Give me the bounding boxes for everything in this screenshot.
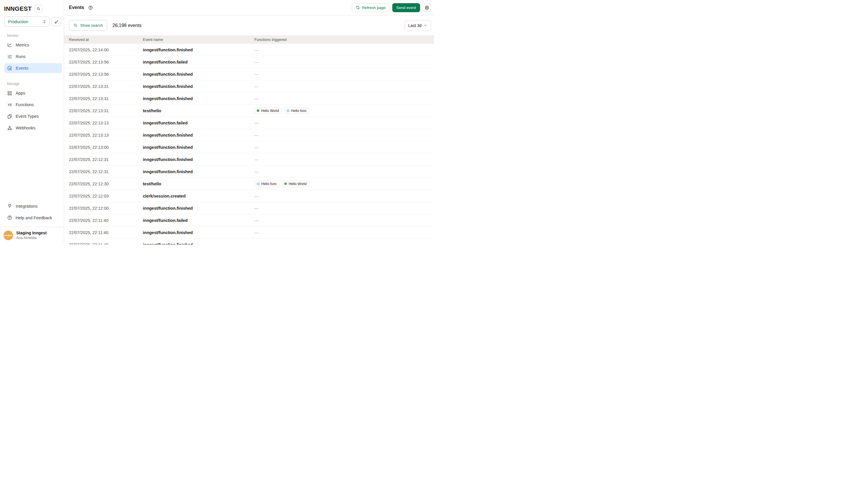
row-event-name: inngest/function.finished — [143, 72, 254, 77]
nav-monitor: Metrics Runs Events — [0, 40, 64, 75]
row-event-name: inngest/function.failed — [143, 60, 254, 64]
row-functions-triggered: — — [254, 242, 434, 245]
no-functions-marker: — — [254, 206, 259, 210]
table-row[interactable]: 22/07/2025, 22:12:31inngest/function.fin… — [64, 166, 434, 178]
column-header-functions-triggered: Functions triggered — [254, 37, 434, 42]
sidebar-item-label: Integrations — [16, 204, 38, 208]
table-row[interactable]: 22/07/2025, 22:11:40inngest/function.fai… — [64, 214, 434, 227]
settings-button[interactable] — [423, 3, 431, 12]
sidebar-item-integrations[interactable]: Integrations — [4, 201, 62, 211]
row-received-at: 22/07/2025, 22:13:56 — [69, 60, 143, 64]
no-functions-marker: — — [254, 145, 259, 150]
row-functions-triggered: — — [254, 218, 434, 223]
inngest-logo: INNGEST — [4, 5, 32, 12]
api-keys-button[interactable] — [52, 17, 61, 26]
table-row[interactable]: 22/07/2025, 22:14:00inngest/function.fin… — [64, 44, 434, 56]
row-received-at: 22/07/2025, 22:13:56 — [69, 72, 143, 77]
function-badge-label: Hello func — [291, 109, 307, 113]
row-event-name: inngest/function.failed — [143, 218, 254, 223]
sidebar-item-runs[interactable]: Runs — [4, 52, 62, 61]
row-functions-triggered: — — [254, 206, 434, 211]
table-row[interactable]: 22/07/2025, 22:13:31inngest/function.fin… — [64, 80, 434, 92]
table-row[interactable]: 22/07/2025, 22:12:30test/helloHello func… — [64, 178, 434, 190]
app-root: INNGEST Production Monitor — [0, 0, 434, 244]
sidebar-item-label: Runs — [16, 54, 26, 59]
sidebar-logo-row: INNGEST — [0, 0, 64, 12]
profile-org-name: Staging Inngest — [16, 231, 46, 236]
no-functions-marker: — — [254, 242, 259, 245]
sidebar: INNGEST Production Monitor — [0, 0, 64, 244]
row-functions-triggered: — — [254, 59, 434, 65]
row-received-at: 22/07/2025, 22:13:31 — [69, 84, 143, 89]
nav-manage: Apps Functions Event Types Webhooks — [0, 88, 64, 135]
refresh-icon — [356, 5, 360, 9]
function-badge-label: Hello World — [261, 109, 279, 113]
profile-menu[interactable]: inngest Staging Inngest Ana Almeida — [0, 227, 64, 244]
row-received-at: 22/07/2025, 22:12:31 — [69, 169, 143, 174]
row-event-name: inngest/function.finished — [143, 48, 254, 52]
help-circle-icon — [7, 215, 12, 221]
no-functions-marker: — — [254, 96, 259, 101]
row-received-at: 22/07/2025, 22:12:30 — [69, 181, 143, 186]
function-badge[interactable]: Hello World — [282, 181, 309, 187]
apps-icon — [7, 90, 12, 96]
table-row[interactable]: 22/07/2025, 22:13:31test/helloHello Worl… — [64, 105, 434, 117]
table-row[interactable]: 22/07/2025, 22:13:56inngest/function.fai… — [64, 56, 434, 68]
global-search-button[interactable] — [34, 5, 42, 12]
function-badge[interactable]: Hello func — [254, 181, 280, 187]
webhooks-icon — [7, 125, 12, 131]
sidebar-item-event-types[interactable]: Event Types — [4, 111, 62, 121]
row-event-name: inngest/function.finished — [143, 230, 254, 235]
table-row[interactable]: 22/07/2025, 22:13:56inngest/function.fin… — [64, 68, 434, 80]
table-row[interactable]: 22/07/2025, 22:11:40inngest/function.fin… — [64, 227, 434, 239]
row-received-at: 22/07/2025, 22:12:00 — [69, 206, 143, 210]
row-event-name: inngest/function.finished — [143, 157, 254, 162]
time-range-selector[interactable]: Last 3d — [404, 20, 431, 31]
row-received-at: 22/07/2025, 22:11:40 — [69, 230, 143, 235]
row-received-at: 22/07/2025, 22:13:13 — [69, 121, 143, 125]
row-received-at: 22/07/2025, 22:11:40 — [69, 218, 143, 223]
row-functions-triggered: — — [254, 157, 434, 162]
refresh-page-button[interactable]: Refresh page — [352, 3, 390, 12]
avatar: inngest — [3, 231, 13, 240]
sidebar-item-functions[interactable]: Functions — [4, 100, 62, 110]
table-row[interactable]: 22/07/2025, 22:13:31inngest/function.fin… — [64, 92, 434, 105]
table-row[interactable]: 22/07/2025, 22:12:31inngest/function.fin… — [64, 153, 434, 166]
table-row[interactable]: 22/07/2025, 22:12:00inngest/function.fin… — [64, 202, 434, 214]
sidebar-item-help-and-feedback[interactable]: Help and Feedback — [4, 213, 62, 223]
sidebar-item-apps[interactable]: Apps — [4, 88, 62, 98]
send-event-button[interactable]: Send event — [392, 3, 420, 12]
row-event-name: inngest/function.finished — [143, 169, 254, 174]
row-received-at: 22/07/2025, 22:13:13 — [69, 133, 143, 138]
table-row[interactable]: 22/07/2025, 22:13:13inngest/function.fin… — [64, 129, 434, 141]
no-functions-marker: — — [254, 84, 259, 89]
refresh-page-label: Refresh page — [362, 5, 385, 10]
table-row[interactable]: 22/07/2025, 22:12:03clerk/session.create… — [64, 190, 434, 202]
functions-icon — [7, 102, 12, 108]
send-event-label: Send event — [396, 5, 416, 10]
column-header-received-at: Received at — [69, 37, 143, 42]
metrics-icon — [7, 42, 12, 48]
environment-selector-value: Production — [8, 20, 28, 24]
function-badge[interactable]: Hello func — [284, 108, 309, 114]
green-status-dot-icon — [257, 109, 259, 112]
function-badges: Hello WorldHello func — [254, 108, 434, 114]
show-search-button[interactable]: Show search — [69, 20, 107, 31]
events-help-icon[interactable] — [88, 5, 93, 10]
row-event-name: inngest/function.failed — [143, 121, 254, 125]
events-table-body: 22/07/2025, 22:14:00inngest/function.fin… — [64, 44, 434, 244]
function-badge[interactable]: Hello World — [254, 108, 282, 114]
key-icon — [54, 20, 59, 24]
events-icon — [7, 65, 12, 71]
table-row[interactable]: 22/07/2025, 22:13:00inngest/function.fin… — [64, 141, 434, 153]
sidebar-item-events[interactable]: Events — [4, 63, 62, 73]
environment-selector[interactable]: Production — [4, 17, 50, 27]
no-functions-marker: — — [254, 218, 259, 223]
sidebar-item-metrics[interactable]: Metrics — [4, 40, 62, 50]
row-event-name: inngest/function.finished — [143, 84, 254, 89]
table-row[interactable]: 22/07/2025, 22:13:13inngest/function.fai… — [64, 117, 434, 129]
sidebar-item-webhooks[interactable]: Webhooks — [4, 123, 62, 133]
time-range-value: Last 3d — [408, 23, 422, 28]
table-row[interactable]: 22/07/2025, 22:11:40inngest/function.fin… — [64, 239, 434, 244]
row-functions-triggered: — — [254, 194, 434, 199]
